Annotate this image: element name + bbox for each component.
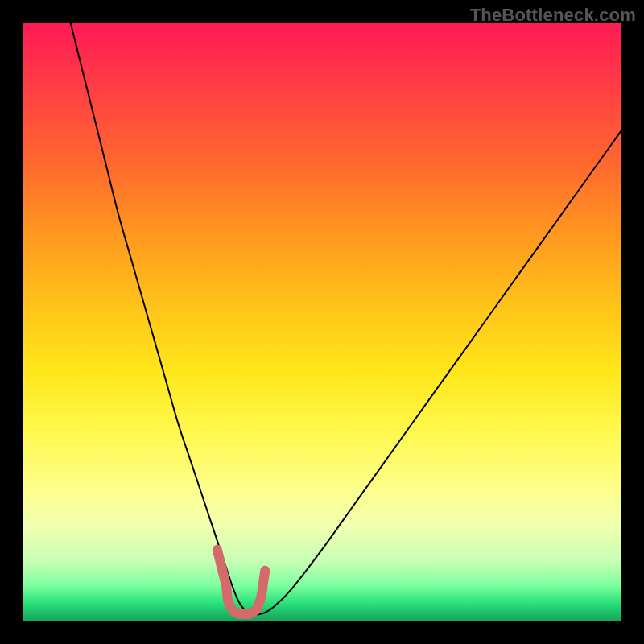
chart-frame: TheBottleneck.com: [0, 0, 644, 644]
plot-area: [23, 23, 621, 621]
series-curve: [71, 23, 621, 615]
curve-layer: [23, 23, 621, 621]
